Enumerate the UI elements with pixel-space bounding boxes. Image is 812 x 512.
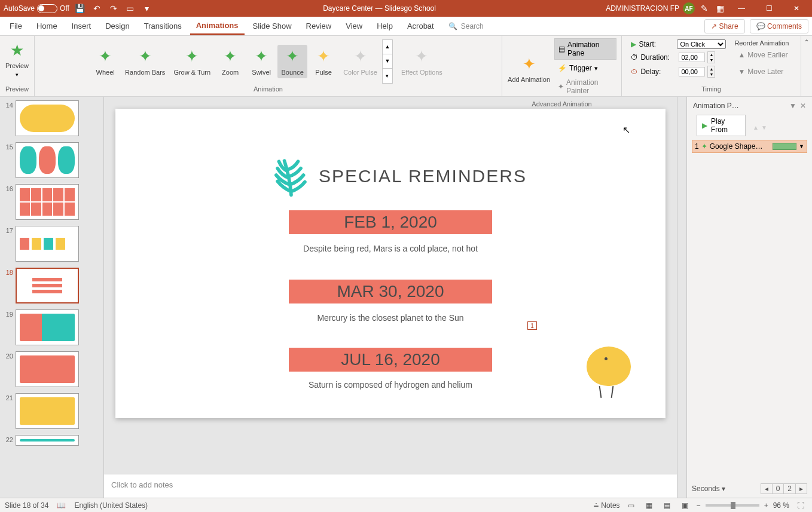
tab-design[interactable]: Design (99, 18, 135, 34)
thumb-20[interactable] (16, 351, 79, 387)
collapse-ribbon[interactable]: ⌃ (801, 36, 812, 96)
pager-prev[interactable]: ◂ (761, 484, 773, 493)
tab-help[interactable]: Help (371, 18, 399, 34)
pager-next[interactable]: ▸ (796, 484, 807, 493)
slide-counter[interactable]: Slide 18 of 34 (5, 501, 48, 510)
canvas-scrollbar[interactable] (677, 97, 686, 498)
tab-slideshow[interactable]: Slide Show (247, 18, 298, 34)
anim-wheel[interactable]: ✦Wheel (90, 45, 120, 78)
present-icon[interactable]: ▭ (124, 2, 136, 14)
chick-shape[interactable] (582, 341, 636, 400)
delay-input[interactable] (679, 67, 705, 76)
timeline-pager[interactable]: ◂ 0 2 ▸ (761, 483, 807, 494)
ribbon-options-icon[interactable]: ▦ (714, 2, 726, 14)
tab-insert[interactable]: Insert (66, 18, 97, 34)
slide[interactable]: SPECIAL REMINDERS FEB 1, 2020 Despite be… (115, 109, 666, 418)
thumb-15[interactable] (16, 142, 79, 178)
share-button[interactable]: ↗ Share (704, 19, 744, 33)
notes-pane[interactable]: Click to add notes (104, 474, 677, 498)
trigger-icon: ⚡ (558, 64, 567, 72)
leaf-icon (270, 151, 313, 198)
item-dropdown-icon[interactable]: ▼ (799, 143, 804, 149)
apane-menu-icon[interactable]: ▼ (789, 102, 796, 110)
preview-button[interactable]: ★ Preview ▾ (2, 38, 32, 80)
move-later: ▼Move Later (734, 66, 791, 78)
seconds-label[interactable]: Seconds ▾ (692, 485, 725, 493)
move-earlier: ▲Move Earlier (734, 49, 791, 61)
thumb-21[interactable] (16, 393, 79, 429)
date-2: MAR 30, 2020 (289, 282, 492, 301)
fit-to-window-icon[interactable]: ⛶ (794, 500, 807, 511)
animation-list-item[interactable]: 1 ✦ Google Shape… ▼ (692, 140, 807, 153)
zoom-slider[interactable] (706, 504, 759, 507)
reorder-label: Reorder Animation (734, 39, 791, 47)
minimize-button[interactable]: — (729, 0, 753, 17)
title-bar: AutoSave Off 💾 ↶ ↷ ▭ ▾ Daycare Center — … (0, 0, 812, 17)
search-box[interactable]: 🔍Search (442, 19, 490, 34)
tab-review[interactable]: Review (300, 18, 338, 34)
view-slideshow-icon[interactable]: ▣ (679, 500, 692, 511)
tab-acrobat[interactable]: Acrobat (401, 18, 440, 34)
maximize-button[interactable]: ☐ (757, 0, 781, 17)
desc-1: Despite being red, Mars is a cold place,… (241, 244, 540, 253)
play-icon: ▶ (702, 121, 707, 130)
reorder-up-icon: ▲ (753, 124, 759, 131)
slide-title: SPECIAL REMINDERS (319, 166, 527, 186)
redo-icon[interactable]: ↷ (108, 2, 120, 14)
timeline-bar[interactable] (773, 143, 796, 150)
thumb-19[interactable] (16, 309, 79, 345)
play-from-button[interactable]: ▶Play From (697, 115, 746, 136)
apane-title: Animation P… (693, 102, 739, 110)
user-name: ADMINISTRACION FP (606, 4, 679, 13)
apane-close-icon[interactable]: ✕ (800, 102, 806, 110)
slide-thumbnails[interactable]: 14 15 16 17 18★ 19 20 21 22 (0, 97, 104, 498)
thumb-17[interactable] (16, 226, 79, 262)
slide-canvas[interactable]: SPECIAL REMINDERS FEB 1, 2020 Despite be… (104, 97, 677, 474)
thumb-14[interactable] (16, 100, 79, 136)
anim-grow-turn[interactable]: ✦Grow & Turn (170, 45, 214, 78)
undo-icon[interactable]: ↶ (91, 2, 103, 14)
desc-2: Mercury is the closest planet to the Sun (241, 313, 540, 323)
view-sorter-icon[interactable]: ▦ (643, 500, 656, 511)
animation-pane-button[interactable]: ▤Animation Pane (554, 38, 616, 60)
start-select[interactable]: On Click (677, 39, 726, 49)
thumb-22[interactable] (16, 435, 79, 446)
tab-file[interactable]: File (4, 18, 28, 34)
trigger-button[interactable]: ⚡Trigger ▾ (554, 62, 616, 74)
thumb-18[interactable]: ★ (16, 268, 79, 303)
zoom-value[interactable]: 96 % (773, 501, 789, 510)
thumb-16[interactable] (16, 184, 79, 220)
autosave-toggle[interactable] (37, 4, 57, 13)
animation-tag[interactable]: 1 (527, 321, 537, 330)
pencil-icon[interactable]: ✎ (698, 2, 710, 14)
animation-gallery-scroll[interactable]: ▲▼▾ (382, 39, 393, 84)
tab-view[interactable]: View (340, 18, 368, 34)
view-reading-icon[interactable]: ▤ (661, 500, 674, 511)
tab-transitions[interactable]: Transitions (138, 18, 188, 34)
close-button[interactable]: ✕ (784, 0, 808, 17)
view-normal-icon[interactable]: ▭ (625, 500, 638, 511)
duration-icon: ⏱ (631, 53, 638, 62)
tab-animations[interactable]: Animations (190, 17, 245, 35)
anim-random-bars[interactable]: ✦Random Bars (121, 45, 169, 78)
anim-pulse[interactable]: ✦Pulse (309, 45, 338, 78)
anim-bounce[interactable]: ✦Bounce (277, 45, 307, 78)
zoom-out[interactable]: − (697, 501, 701, 510)
anim-zoom[interactable]: ✦Zoom (215, 45, 245, 78)
spellcheck-icon[interactable]: 📖 (57, 501, 66, 510)
tab-home[interactable]: Home (30, 18, 63, 34)
anim-swivel[interactable]: ✦Swivel (246, 45, 276, 78)
duration-spinner[interactable]: ▲▼ (707, 51, 715, 63)
comments-button[interactable]: 💬 Comments (750, 19, 808, 33)
language[interactable]: English (United States) (74, 501, 148, 510)
delay-spinner[interactable]: ▲▼ (707, 66, 715, 78)
qat-more-icon[interactable]: ▾ (141, 2, 153, 14)
save-icon[interactable]: 💾 (74, 2, 86, 14)
zoom-in[interactable]: + (764, 501, 768, 510)
notes-toggle[interactable]: ≐ Notes (593, 501, 620, 510)
avatar[interactable]: AF (683, 2, 695, 14)
duration-input[interactable] (679, 53, 705, 62)
delay-icon: ⏲ (631, 68, 638, 76)
add-animation[interactable]: ✦Add Animation (507, 52, 551, 85)
anim-color-pulse: ✦Color Pulse (340, 45, 381, 78)
